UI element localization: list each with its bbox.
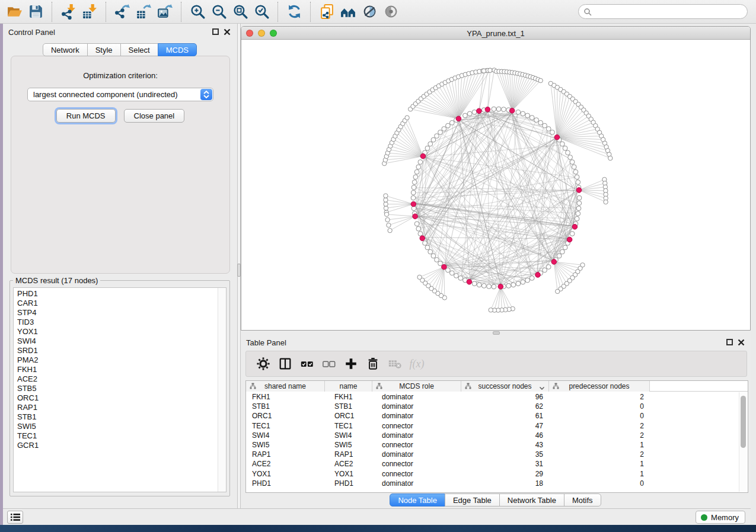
table-cell[interactable]: connector [372, 469, 461, 479]
network-node[interactable] [538, 78, 543, 82]
network-node[interactable] [560, 249, 564, 254]
zoom-out-button[interactable] [209, 2, 229, 21]
table-cell[interactable]: ORC1 [246, 411, 325, 421]
mcds-result-item[interactable]: FKH1 [14, 365, 218, 374]
table-cell[interactable]: YOX1 [246, 469, 325, 479]
network-node[interactable] [413, 175, 418, 180]
network-node[interactable] [414, 222, 419, 226]
network-node[interactable] [534, 118, 539, 123]
table-cell[interactable]: dominator [372, 431, 461, 440]
table-cell[interactable]: 2 [549, 421, 650, 431]
network-node[interactable] [472, 110, 477, 114]
column-header-shared-name[interactable]: shared name [246, 381, 325, 392]
network-node[interactable] [570, 160, 575, 165]
network-node[interactable] [608, 156, 613, 160]
network-node[interactable] [487, 284, 492, 289]
table-cell[interactable]: 31 [461, 459, 549, 469]
table-cell[interactable]: 1 [549, 459, 650, 469]
table-cell[interactable]: dominator [372, 411, 461, 421]
network-hub-node[interactable] [535, 273, 541, 278]
table-cell[interactable]: dominator [372, 402, 461, 411]
table-cell[interactable]: 43 [461, 440, 549, 450]
network-node[interactable] [416, 165, 421, 169]
table-cell[interactable]: 0 [549, 411, 650, 421]
table-cell[interactable]: 1 [549, 440, 650, 450]
network-hub-node[interactable] [413, 214, 418, 219]
network-node[interactable] [425, 245, 430, 250]
delete-column-button[interactable] [364, 355, 382, 373]
refresh-view-button[interactable] [284, 2, 304, 21]
network-node[interactable] [577, 201, 582, 206]
tab-motifs[interactable]: Motifs [564, 493, 601, 507]
zoom-fit-button[interactable] [230, 2, 250, 21]
table-cell[interactable]: SWI5 [325, 440, 372, 450]
network-node[interactable] [506, 284, 511, 289]
table-cell[interactable]: dominator [372, 479, 461, 488]
mcds-result-item[interactable]: TEC1 [14, 431, 218, 441]
network-hub-node[interactable] [477, 108, 482, 114]
network-node[interactable] [423, 241, 428, 245]
network-hub-node[interactable] [456, 116, 461, 121]
network-node[interactable] [418, 160, 423, 165]
table-cell[interactable]: RAP1 [325, 450, 372, 459]
close-panel-button[interactable]: Close panel [124, 109, 185, 123]
network-node[interactable] [416, 226, 421, 231]
network-node[interactable] [449, 271, 454, 275]
network-node[interactable] [446, 123, 451, 128]
table-scrollbar-thumb[interactable] [741, 396, 746, 448]
network-node[interactable] [577, 196, 582, 200]
table-panel-close-button[interactable] [738, 339, 745, 346]
table-row[interactable]: ORC1ORC1dominator610 [246, 411, 739, 421]
network-node[interactable] [481, 69, 486, 73]
run-mcds-button[interactable]: Run MCDS [56, 109, 116, 123]
hide-graphics-details-button[interactable] [359, 2, 379, 21]
network-node[interactable] [388, 228, 392, 232]
network-hub-node[interactable] [509, 108, 515, 114]
table-cell[interactable]: PHD1 [325, 479, 372, 488]
network-canvas[interactable] [241, 40, 751, 331]
network-node[interactable] [417, 275, 422, 279]
network-node[interactable] [481, 284, 486, 289]
tab-select[interactable]: Select [120, 43, 158, 56]
control-panel-close-button[interactable] [224, 28, 231, 36]
table-row[interactable]: SWI4SWI4dominator462 [246, 431, 739, 440]
tab-node-table[interactable]: Node Table [390, 493, 445, 507]
table-cell[interactable]: 29 [461, 469, 549, 479]
table-cell[interactable]: 2 [549, 450, 650, 459]
network-hub-node[interactable] [485, 107, 490, 113]
save-session-button[interactable] [25, 2, 46, 21]
table-row[interactable]: SWI5SWI5connector431 [246, 440, 739, 450]
table-cell[interactable]: RAP1 [246, 450, 325, 459]
table-cell[interactable]: 2 [549, 431, 650, 440]
optimization-criterion-select[interactable]: largest connected component (undirected) [27, 88, 213, 101]
network-node[interactable] [546, 265, 551, 270]
network-node[interactable] [414, 169, 419, 174]
network-node[interactable] [435, 134, 439, 139]
control-panel-float-button[interactable] [212, 28, 219, 35]
mcds-result-item[interactable]: CAR1 [14, 299, 218, 308]
table-cell[interactable]: ACE2 [246, 459, 325, 469]
table-cell[interactable]: 35 [461, 450, 549, 459]
network-node[interactable] [572, 165, 576, 169]
tab-network-table[interactable]: Network Table [499, 493, 564, 507]
tab-mcds[interactable]: MCDS [158, 43, 197, 56]
network-node[interactable] [412, 180, 417, 185]
table-row[interactable]: TEC1TEC1connector472 [246, 421, 739, 431]
network-node[interactable] [560, 142, 564, 146]
network-hub-node[interactable] [554, 134, 560, 140]
table-cell[interactable]: 46 [461, 431, 549, 440]
column-header-successor-nodes[interactable]: successor nodes [461, 381, 549, 392]
tab-edge-table[interactable]: Edge Table [445, 493, 500, 507]
network-node[interactable] [384, 194, 388, 198]
network-node[interactable] [418, 232, 423, 236]
table-row[interactable]: FKH1FKH1dominator962 [246, 392, 739, 402]
network-node[interactable] [384, 206, 388, 210]
open-file-button[interactable] [4, 2, 24, 21]
network-node[interactable] [576, 180, 580, 185]
table-cell[interactable]: 0 [549, 402, 650, 411]
network-node[interactable] [384, 202, 388, 206]
table-cell[interactable]: STB1 [246, 402, 325, 411]
table-cell[interactable]: connector [372, 459, 461, 469]
tab-network[interactable]: Network [43, 43, 88, 56]
network-node[interactable] [412, 185, 416, 190]
